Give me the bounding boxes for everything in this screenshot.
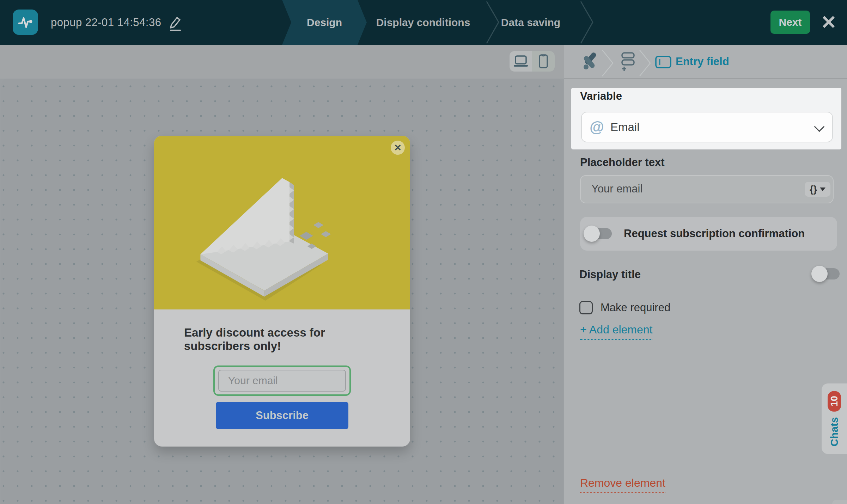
popup-headline[interactable]: Early discount access for subscribers on… — [184, 326, 385, 353]
blocks-icon — [619, 51, 636, 72]
request-confirmation-card: Request subscription confirmation — [580, 217, 837, 251]
variable-value: Email — [610, 121, 640, 134]
canvas-toolbar — [0, 45, 564, 79]
subscribe-button[interactable]: Subscribe — [216, 402, 348, 429]
envelope-illustration — [184, 157, 382, 301]
breadcrumb-current: Entry field — [676, 45, 729, 78]
project-title: popup 22-01 14:54:36 — [51, 0, 161, 45]
add-element-link[interactable]: + Add element — [580, 323, 652, 340]
display-title-label: Display title — [579, 268, 641, 281]
placeholder-input[interactable] — [591, 182, 782, 196]
insert-variable-button[interactable]: {} — [805, 182, 830, 197]
close-icon: ✕ — [394, 142, 402, 153]
pulse-icon — [17, 14, 34, 31]
placeholder-field[interactable] — [580, 175, 834, 203]
breadcrumb-blocks[interactable] — [619, 51, 636, 73]
make-required-row[interactable]: Make required — [579, 301, 670, 314]
remove-element-link[interactable]: Remove element — [580, 477, 665, 493]
popup-email-input[interactable] — [227, 374, 342, 387]
paintbrush-icon — [582, 52, 598, 70]
pencil-icon — [169, 16, 183, 31]
entry-field-icon — [655, 56, 671, 70]
display-title-row: Display title — [579, 267, 840, 283]
tab-data-saving[interactable]: Data saving — [490, 0, 571, 45]
tab-data-saving-label: Data saving — [501, 17, 560, 29]
chats-tab[interactable]: Chats 10 — [822, 383, 847, 454]
step-separator — [580, 0, 594, 46]
make-required-checkbox[interactable] — [579, 301, 593, 314]
tab-display-conditions[interactable]: Display conditions — [374, 0, 473, 45]
close-icon: ✕ — [821, 11, 836, 33]
popup-image-block[interactable]: ✕ — [154, 136, 410, 309]
collapsed-side-tab[interactable] — [832, 500, 847, 504]
toggle-knob — [811, 266, 828, 282]
variable-label: Variable — [580, 90, 622, 103]
placeholder-label: Placeholder text — [580, 156, 664, 169]
chats-label: Chats — [828, 417, 840, 446]
desktop-view-button[interactable] — [510, 51, 532, 72]
chats-unread-badge: 10 — [828, 391, 841, 411]
close-editor-button[interactable]: ✕ — [817, 9, 840, 35]
selected-element-outline — [213, 365, 351, 396]
breadcrumb-design-root[interactable] — [582, 52, 598, 71]
edit-title-button[interactable] — [169, 16, 183, 31]
popup-close-button[interactable]: ✕ — [391, 141, 405, 155]
toggle-knob — [584, 226, 600, 242]
at-icon: @ — [590, 119, 604, 136]
breadcrumb-separator — [602, 49, 614, 78]
device-preview-toggle — [510, 51, 555, 72]
request-confirmation-label: Request subscription confirmation — [624, 227, 805, 240]
popup-preview[interactable]: ✕ Early discount access for subscribers … — [154, 136, 410, 447]
tab-design-label: Design — [307, 17, 342, 29]
phone-icon — [539, 54, 548, 68]
next-button[interactable]: Next — [770, 11, 810, 34]
caret-down-icon — [820, 188, 825, 191]
braces-icon: {} — [810, 184, 817, 195]
variable-select[interactable]: @ Email — [581, 112, 833, 142]
laptop-icon — [513, 55, 528, 68]
chevron-down-icon — [814, 122, 825, 132]
tab-display-conditions-label: Display conditions — [376, 17, 470, 29]
popup-email-field[interactable] — [218, 370, 346, 392]
make-required-label: Make required — [601, 301, 670, 314]
popup-builder-app: popup 22-01 14:54:36 Design Display cond… — [0, 0, 847, 504]
breadcrumb-separator — [639, 49, 652, 78]
tab-design[interactable]: Design — [282, 0, 367, 45]
mobile-view-button[interactable] — [532, 51, 555, 72]
top-bar: popup 22-01 14:54:36 Design Display cond… — [0, 0, 847, 45]
request-confirmation-toggle[interactable] — [586, 228, 613, 239]
display-title-toggle[interactable] — [814, 268, 840, 279]
app-logo[interactable] — [13, 10, 38, 35]
